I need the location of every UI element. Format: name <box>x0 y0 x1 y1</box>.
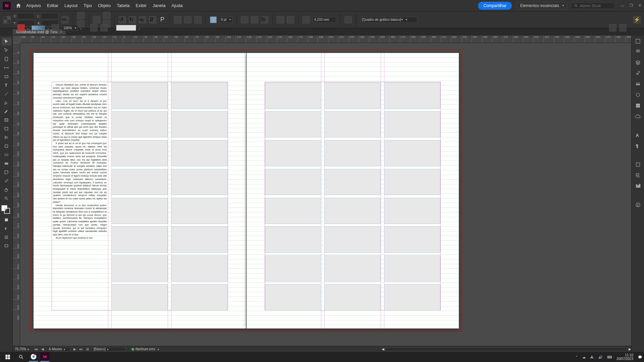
placeholder-frame[interactable] <box>265 284 321 310</box>
scale-x-icon[interactable] <box>77 12 85 19</box>
align-icon[interactable] <box>344 16 352 23</box>
placeholder-frame[interactable] <box>324 111 381 137</box>
page-selector[interactable]: A-Master <box>47 347 70 351</box>
search-button[interactable] <box>15 353 27 361</box>
free-transform-tool[interactable] <box>1 142 11 150</box>
placeholder-frame[interactable] <box>111 227 168 253</box>
effects-icon[interactable]: fx <box>261 16 268 23</box>
canvas[interactable]: 1009080706050403020100102030405060708090… <box>13 36 631 352</box>
fill-stroke-proxy[interactable] <box>1 205 11 215</box>
object-style-selector[interactable]: [Quadro de gráfico básico]+ <box>360 17 417 23</box>
rectangle-frame-tool[interactable] <box>1 116 11 124</box>
content-collector-tool[interactable] <box>1 72 11 80</box>
text-wrap-1-icon[interactable] <box>277 16 284 23</box>
restore-button[interactable]: ❐ <box>630 3 633 8</box>
menu-ajuda[interactable]: Ajuda <box>171 3 182 8</box>
placeholder-frame[interactable] <box>265 82 321 109</box>
placeholder-frame[interactable] <box>265 169 321 195</box>
quick-apply-icon[interactable]: ⚡ <box>633 16 641 23</box>
first-page-button[interactable]: ⏮ <box>33 347 40 351</box>
fill-swatch[interactable] <box>210 16 217 23</box>
placeholder-frame[interactable] <box>324 82 381 109</box>
object-styles-panel-icon[interactable] <box>634 161 642 168</box>
scissors-tool[interactable] <box>1 133 11 141</box>
tray-network-icon[interactable]: 🖧 <box>590 355 594 359</box>
menu-janela[interactable]: Janela <box>153 3 165 8</box>
placeholder-frame[interactable] <box>384 111 440 137</box>
gap-tool[interactable] <box>1 64 11 72</box>
placeholder-frame[interactable] <box>324 284 381 310</box>
preflight-status[interactable]: Nenhum erro <box>131 347 159 351</box>
shear-icon[interactable] <box>103 12 110 19</box>
drop-shadow-icon[interactable] <box>90 24 98 32</box>
frame-fitting-2-icon[interactable] <box>251 16 258 23</box>
tray-expand-icon[interactable]: ˄ <box>576 355 578 359</box>
placeholder-frame[interactable] <box>265 198 321 224</box>
gradient-feather-tool[interactable] <box>1 160 11 168</box>
preflight-profile[interactable]: [Básico] <box>92 347 125 351</box>
placeholder-frame[interactable] <box>384 169 440 195</box>
corner-options-icon[interactable] <box>303 16 310 23</box>
info-panel-icon[interactable]: i <box>634 201 642 208</box>
style-quick-field[interactable] <box>116 25 136 31</box>
hand-tool[interactable] <box>1 186 11 194</box>
placeholder-frame[interactable] <box>265 227 321 253</box>
w-field[interactable] <box>41 13 58 19</box>
text-wrap-2-icon[interactable] <box>287 16 294 23</box>
menu-tabela[interactable]: Tabela <box>117 3 129 8</box>
placeholder-frame[interactable] <box>384 198 440 224</box>
note-tool[interactable] <box>1 168 11 176</box>
gradient-swatch[interactable] <box>32 25 45 30</box>
placeholder-frame[interactable] <box>171 284 227 310</box>
placeholder-frame[interactable] <box>384 140 440 166</box>
select-content-icon[interactable] <box>194 16 202 23</box>
pages-panel-icon[interactable] <box>634 48 642 56</box>
placeholder-frame[interactable] <box>324 140 381 166</box>
character-panel-icon[interactable]: A <box>634 131 642 139</box>
zoom-level[interactable]: 78,75% <box>13 347 33 351</box>
gradient-flyout[interactable] <box>48 25 49 31</box>
pasteboard[interactable]: Occum faceatum ius, omnis et laccum remo… <box>20 43 631 352</box>
paragraph-panel-icon[interactable]: ¶ <box>634 142 642 149</box>
tray-volume-icon[interactable]: 🔊 <box>598 355 602 359</box>
close-button[interactable]: ✕ <box>638 3 641 8</box>
stroke-weight-field[interactable]: 0 pt <box>219 17 232 23</box>
placeholder-frame[interactable] <box>265 255 321 282</box>
tray-language-icon[interactable]: ⌨ <box>607 355 612 359</box>
direct-selection-tool[interactable] <box>1 46 11 54</box>
rectangle-tool[interactable] <box>1 125 11 133</box>
color-panel-icon[interactable] <box>634 91 642 99</box>
placeholder-frame[interactable] <box>171 255 227 282</box>
rotate-ccw-icon[interactable]: ↺ <box>119 16 126 23</box>
pen-tool[interactable] <box>1 99 11 107</box>
x-field[interactable] <box>17 13 35 19</box>
menu-exibir[interactable]: Exibir <box>136 3 147 8</box>
menu-tipo[interactable]: Tipo <box>84 3 92 8</box>
tray-onedrive-icon[interactable]: ☁ <box>582 355 586 359</box>
selection-tool[interactable] <box>1 38 11 46</box>
text-wrap-panel-icon[interactable] <box>634 172 642 179</box>
placeholder-frame[interactable] <box>265 111 321 137</box>
home-icon[interactable] <box>15 3 21 9</box>
chrome-app-icon[interactable] <box>29 352 38 362</box>
cc-libraries-panel-icon[interactable] <box>634 113 642 120</box>
align-panel-icon[interactable] <box>634 182 642 190</box>
notifications-icon[interactable]: 💬 <box>638 355 642 359</box>
layers-panel-icon[interactable] <box>634 59 642 66</box>
constrain-icon[interactable]: ⚯ <box>61 16 69 23</box>
placeholder-frame[interactable] <box>111 140 168 166</box>
placeholder-frame[interactable] <box>324 198 381 224</box>
arrange-icon[interactable] <box>174 16 181 23</box>
open-panel-icon[interactable]: ⊞ <box>85 347 91 351</box>
format-container-icon[interactable] <box>1 216 11 224</box>
placeholder-frame[interactable] <box>324 255 381 282</box>
apply-color-icon[interactable] <box>1 233 11 241</box>
minimize-button[interactable]: — <box>621 3 624 8</box>
stroke-swatch[interactable] <box>17 24 25 32</box>
menu-arquivo[interactable]: Arquivo <box>26 3 41 8</box>
start-button[interactable] <box>2 353 13 361</box>
placeholder-frame[interactable] <box>384 227 440 253</box>
corner-radius-field[interactable] <box>313 17 336 23</box>
page-left[interactable]: Occum faceatum ius, omnis et laccum remo… <box>34 53 246 328</box>
opacity-field[interactable]: 100% <box>62 25 78 31</box>
